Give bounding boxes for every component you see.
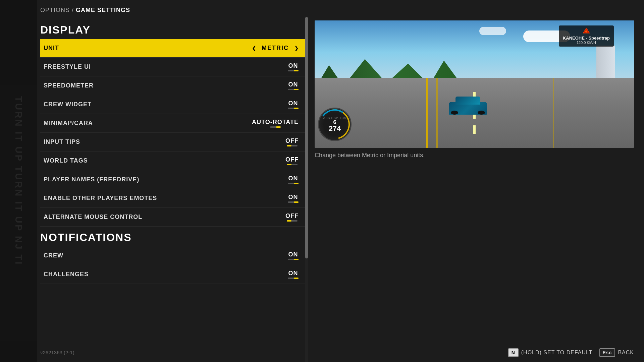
back-control[interactable]: Esc BACK — [599, 348, 634, 357]
setting-speedometer-name: SPEEDOMETER — [44, 82, 94, 89]
preview-car — [446, 93, 490, 115]
breadcrumb: OPTIONS / GAME SETTINGS — [37, 0, 644, 17]
alt-mouse-value: OFF — [285, 213, 299, 220]
preview-description: Change between Metric or Imperial units. — [315, 148, 634, 163]
scrollbar-track[interactable] — [305, 17, 308, 362]
setting-world-tags-name: WORLD TAGS — [44, 157, 88, 164]
toggle-bar-speedometer — [288, 89, 299, 90]
background-decoration: TURN IT UP TURN IT UP NJ TI — [0, 0, 37, 362]
toggle-bar-minimap — [270, 126, 281, 128]
challenges-value: ON — [288, 270, 298, 277]
setting-freestyle-ui[interactable]: FREESTYLE UI ON — [40, 58, 305, 76]
location-tag: KANEOHE - Speedtrap 120.0 KM/H — [559, 25, 614, 47]
setting-crew[interactable]: CREW ON — [40, 246, 305, 265]
toggle-crew: ON — [288, 251, 299, 260]
toggle-bar-emotes — [288, 201, 299, 203]
setting-crew-widget[interactable]: CREW WIDGET ON — [40, 95, 305, 114]
breadcrumb-prefix: OPTIONS / — [40, 7, 76, 13]
key-esc-badge: Esc — [599, 348, 615, 357]
car-roof — [455, 97, 480, 105]
bottom-controls: N (HOLD) SET TO DEFAULT Esc BACK — [508, 348, 634, 357]
speedo-display: ABS ESP TCS 6 274 — [323, 116, 346, 132]
svg-point-1 — [585, 31, 587, 33]
setting-alt-mouse-name: ALTERNATE MOUSE CONTROL — [44, 214, 142, 221]
toggle-bar-challenges — [288, 278, 299, 279]
minimap-value: AUTO-ROTATE — [252, 119, 299, 126]
crew-value: ON — [288, 251, 298, 258]
main-content: OPTIONS / GAME SETTINGS DISPLAY UNIT ❮ M… — [37, 0, 644, 362]
setting-emotes[interactable]: ENABLE OTHER PLAYERS EMOTES ON — [40, 189, 305, 208]
toggle-player-names: ON — [288, 175, 299, 184]
settings-panel: DISPLAY UNIT ❮ METRIC ❯ FREESTYLE UI — [37, 17, 305, 362]
toggle-bar-player-names — [288, 183, 299, 184]
speedtrap-triangle-icon — [583, 27, 590, 34]
toggle-input-tips: OFF — [285, 137, 299, 146]
toggle-bar-world-tags — [287, 164, 298, 165]
preview-cloud-2 — [479, 27, 506, 35]
car-wheel-left — [451, 111, 458, 115]
toggle-emotes: ON — [288, 194, 299, 203]
setting-unit-value-container: ❮ METRIC ❯ — [252, 45, 299, 52]
speedometer-value: ON — [288, 81, 298, 88]
crew-widget-value: ON — [288, 100, 298, 107]
setting-unit-value: METRIC — [262, 45, 289, 52]
toggle-bar-freestyle — [288, 70, 299, 71]
input-tips-value: OFF — [285, 137, 299, 144]
setting-crew-widget-name: CREW WIDGET — [44, 101, 92, 108]
version-text: v2621363 (?-1) — [40, 350, 74, 355]
world-tags-value: OFF — [285, 156, 299, 163]
toggle-bar-crew — [288, 259, 299, 260]
speedtrap-icon-container — [563, 27, 610, 35]
key-n-badge: N — [508, 348, 519, 357]
location-speed: 120.0 KM/H — [563, 41, 610, 45]
hud-speedometer: ABS ESP TCS 6 274 — [318, 108, 355, 144]
setting-world-tags[interactable]: WORLD TAGS OFF — [40, 152, 305, 170]
back-label: BACK — [618, 350, 634, 356]
toggle-bar-crew-widget — [288, 108, 299, 109]
location-name: KANEOHE - Speedtrap — [563, 36, 610, 41]
speedo-speed: 274 — [323, 125, 346, 132]
toggle-bar-input-tips — [287, 145, 298, 146]
setting-minimap-name: MINIMAP/CARA — [44, 120, 93, 127]
setting-emotes-name: ENABLE OTHER PLAYERS EMOTES — [44, 195, 157, 202]
road-line-yellow-2 — [553, 78, 554, 148]
setting-input-tips[interactable]: INPUT TIPS OFF — [40, 133, 305, 152]
arrow-right-icon[interactable]: ❯ — [294, 45, 299, 51]
setting-alt-mouse[interactable]: ALTERNATE MOUSE CONTROL OFF — [40, 208, 305, 227]
section-notifications: NOTIFICATIONS — [40, 231, 305, 244]
setting-challenges-name: CHALLENGES — [44, 271, 89, 278]
preview-image: ABS ESP TCS 6 274 KAN — [315, 20, 634, 148]
road-line-yellow — [436, 78, 438, 148]
section-display: DISPLAY — [40, 24, 305, 36]
notifications-list: CREW ON CHALLENGES ON — [40, 246, 305, 284]
setting-player-names[interactable]: PLAYER NAMES (FREEDRIVE) ON — [40, 170, 305, 189]
player-names-value: ON — [288, 175, 298, 182]
car-wheel-right — [478, 111, 485, 115]
speedo-circle: ABS ESP TCS 6 274 — [318, 108, 352, 141]
emotes-value: ON — [288, 194, 298, 201]
setting-challenges[interactable]: CHALLENGES ON — [40, 265, 305, 284]
hold-to-default-control: N (HOLD) SET TO DEFAULT — [508, 348, 593, 357]
setting-crew-name: CREW — [44, 252, 63, 259]
setting-speedometer[interactable]: SPEEDOMETER ON — [40, 76, 305, 95]
content-area: DISPLAY UNIT ❮ METRIC ❯ FREESTYLE UI — [37, 17, 644, 362]
setting-input-tips-name: INPUT TIPS — [44, 138, 80, 145]
setting-unit[interactable]: UNIT ❮ METRIC ❯ — [40, 39, 305, 58]
toggle-bar-alt-mouse — [287, 220, 298, 222]
setting-freestyle-ui-name: FREESTYLE UI — [44, 63, 91, 70]
setting-player-names-name: PLAYER NAMES (FREEDRIVE) — [44, 176, 139, 183]
breadcrumb-current: GAME SETTINGS — [76, 7, 130, 13]
setting-minimap[interactable]: MINIMAP/CARA AUTO-ROTATE — [40, 114, 305, 133]
settings-list: UNIT ❮ METRIC ❯ FREESTYLE UI ON — [40, 39, 305, 227]
toggle-alt-mouse: OFF — [285, 213, 299, 222]
arrow-left-icon[interactable]: ❮ — [252, 45, 256, 51]
minimap-value-container: AUTO-ROTATE — [252, 119, 299, 128]
setting-unit-name: UNIT — [44, 45, 59, 52]
preview-panel: ABS ESP TCS 6 274 KAN — [308, 17, 644, 362]
hold-label: (HOLD) SET TO DEFAULT — [521, 350, 593, 356]
toggle-speedometer: ON — [288, 81, 299, 90]
toggle-world-tags: OFF — [285, 156, 299, 165]
scrollbar-thumb[interactable] — [305, 17, 308, 258]
toggle-freestyle-ui: ON — [288, 62, 299, 71]
toggle-crew-widget: ON — [288, 100, 299, 109]
